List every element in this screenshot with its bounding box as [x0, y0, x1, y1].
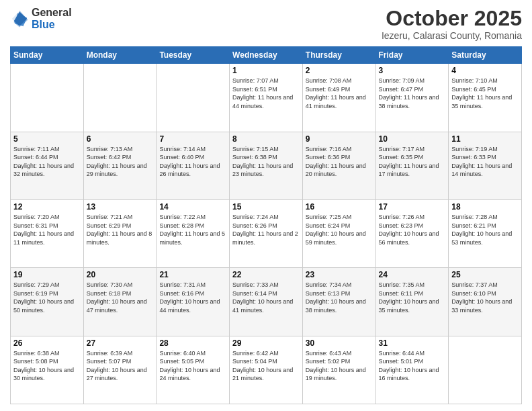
header: General Blue October 2025 Iezeru, Calara… — [10, 7, 522, 41]
day-number: 1 — [232, 66, 300, 75]
day-number: 25 — [451, 270, 519, 279]
table-row: 4Sunrise: 7:10 AM Sunset: 6:45 PM Daylig… — [449, 64, 522, 132]
day-number: 2 — [306, 66, 373, 75]
header-thursday: Thursday — [302, 47, 375, 64]
table-row: 7Sunrise: 7:14 AM Sunset: 6:40 PM Daylig… — [157, 132, 230, 199]
day-number: 19 — [13, 270, 81, 279]
week-row-1: 5Sunrise: 7:11 AM Sunset: 6:44 PM Daylig… — [11, 132, 522, 199]
calendar-header-row: Sunday Monday Tuesday Wednesday Thursday… — [11, 47, 522, 64]
day-number: 21 — [159, 270, 226, 279]
table-row: 27Sunrise: 6:39 AM Sunset: 5:07 PM Dayli… — [83, 336, 157, 404]
day-info: Sunrise: 7:34 AM Sunset: 6:13 PM Dayligh… — [306, 281, 373, 314]
day-number: 12 — [13, 202, 81, 212]
table-row: 30Sunrise: 6:43 AM Sunset: 5:02 PM Dayli… — [302, 336, 375, 404]
day-info: Sunrise: 7:11 AM Sunset: 6:44 PM Dayligh… — [13, 145, 81, 179]
location: Iezeru, Calarasi County, Romania — [382, 30, 522, 41]
day-info: Sunrise: 7:19 AM Sunset: 6:33 PM Dayligh… — [451, 145, 519, 179]
day-info: Sunrise: 7:31 AM Sunset: 6:16 PM Dayligh… — [159, 281, 226, 314]
day-info: Sunrise: 7:35 AM Sunset: 6:11 PM Dayligh… — [379, 281, 446, 314]
day-number: 16 — [306, 202, 373, 212]
week-row-2: 12Sunrise: 7:20 AM Sunset: 6:31 PM Dayli… — [11, 199, 522, 267]
day-number: 18 — [451, 202, 519, 212]
day-info: Sunrise: 7:08 AM Sunset: 6:49 PM Dayligh… — [306, 77, 373, 110]
month-title: October 2025 — [382, 7, 522, 30]
table-row: 21Sunrise: 7:31 AM Sunset: 6:16 PM Dayli… — [157, 268, 230, 336]
week-row-3: 19Sunrise: 7:29 AM Sunset: 6:19 PM Dayli… — [11, 268, 522, 336]
day-number: 26 — [13, 338, 81, 348]
day-info: Sunrise: 7:37 AM Sunset: 6:10 PM Dayligh… — [451, 281, 519, 314]
week-row-0: 1Sunrise: 7:07 AM Sunset: 6:51 PM Daylig… — [11, 64, 522, 132]
day-number: 4 — [451, 66, 519, 75]
table-row: 5Sunrise: 7:11 AM Sunset: 6:44 PM Daylig… — [11, 132, 84, 199]
day-number: 30 — [306, 338, 373, 348]
header-friday: Friday — [375, 47, 449, 64]
day-number: 23 — [306, 270, 373, 279]
header-saturday: Saturday — [449, 47, 522, 64]
day-info: Sunrise: 7:25 AM Sunset: 6:24 PM Dayligh… — [306, 213, 373, 246]
day-number: 17 — [379, 202, 446, 212]
table-row: 23Sunrise: 7:34 AM Sunset: 6:13 PM Dayli… — [302, 268, 375, 336]
day-number: 3 — [379, 66, 446, 75]
logo-general: General — [32, 7, 72, 19]
header-wednesday: Wednesday — [230, 47, 303, 64]
day-number: 5 — [13, 134, 81, 144]
table-row: 24Sunrise: 7:35 AM Sunset: 6:11 PM Dayli… — [375, 268, 449, 336]
table-row: 16Sunrise: 7:25 AM Sunset: 6:24 PM Dayli… — [302, 199, 375, 267]
day-number: 7 — [159, 134, 226, 144]
day-info: Sunrise: 7:33 AM Sunset: 6:14 PM Dayligh… — [232, 281, 300, 314]
day-number: 11 — [451, 134, 519, 144]
table-row: 3Sunrise: 7:09 AM Sunset: 6:47 PM Daylig… — [375, 64, 449, 132]
table-row: 31Sunrise: 6:44 AM Sunset: 5:01 PM Dayli… — [375, 336, 449, 404]
day-number: 28 — [159, 338, 226, 348]
day-info: Sunrise: 7:29 AM Sunset: 6:19 PM Dayligh… — [13, 281, 81, 314]
table-row: 1Sunrise: 7:07 AM Sunset: 6:51 PM Daylig… — [230, 64, 303, 132]
logo-blue: Blue — [32, 19, 72, 31]
table-row — [449, 336, 522, 404]
table-row: 20Sunrise: 7:30 AM Sunset: 6:18 PM Dayli… — [83, 268, 157, 336]
day-info: Sunrise: 7:14 AM Sunset: 6:40 PM Dayligh… — [159, 145, 226, 179]
day-number: 29 — [232, 338, 300, 348]
day-info: Sunrise: 7:09 AM Sunset: 6:47 PM Dayligh… — [379, 77, 446, 110]
header-monday: Monday — [83, 47, 157, 64]
day-number: 22 — [232, 270, 300, 279]
table-row — [83, 64, 157, 132]
day-info: Sunrise: 7:16 AM Sunset: 6:36 PM Dayligh… — [306, 145, 373, 179]
table-row: 22Sunrise: 7:33 AM Sunset: 6:14 PM Dayli… — [230, 268, 303, 336]
day-number: 15 — [232, 202, 300, 212]
day-info: Sunrise: 7:13 AM Sunset: 6:42 PM Dayligh… — [87, 145, 154, 179]
day-info: Sunrise: 6:38 AM Sunset: 5:08 PM Dayligh… — [13, 349, 81, 383]
day-info: Sunrise: 7:24 AM Sunset: 6:26 PM Dayligh… — [232, 213, 300, 246]
logo-icon — [10, 9, 29, 28]
header-tuesday: Tuesday — [157, 47, 230, 64]
calendar: Sunday Monday Tuesday Wednesday Thursday… — [10, 46, 522, 404]
title-area: October 2025 Iezeru, Calarasi County, Ro… — [382, 7, 522, 41]
day-number: 13 — [87, 202, 154, 212]
table-row: 6Sunrise: 7:13 AM Sunset: 6:42 PM Daylig… — [83, 132, 157, 199]
table-row: 9Sunrise: 7:16 AM Sunset: 6:36 PM Daylig… — [302, 132, 375, 199]
logo-text: General Blue — [32, 7, 72, 30]
day-info: Sunrise: 6:40 AM Sunset: 5:05 PM Dayligh… — [159, 349, 226, 383]
table-row: 15Sunrise: 7:24 AM Sunset: 6:26 PM Dayli… — [230, 199, 303, 267]
day-info: Sunrise: 6:44 AM Sunset: 5:01 PM Dayligh… — [379, 349, 446, 383]
day-info: Sunrise: 6:39 AM Sunset: 5:07 PM Dayligh… — [87, 349, 154, 383]
table-row: 13Sunrise: 7:21 AM Sunset: 6:29 PM Dayli… — [83, 199, 157, 267]
day-info: Sunrise: 7:22 AM Sunset: 6:28 PM Dayligh… — [159, 213, 226, 246]
week-row-4: 26Sunrise: 6:38 AM Sunset: 5:08 PM Dayli… — [11, 336, 522, 404]
header-sunday: Sunday — [11, 47, 84, 64]
day-info: Sunrise: 7:28 AM Sunset: 6:21 PM Dayligh… — [451, 213, 519, 246]
table-row: 2Sunrise: 7:08 AM Sunset: 6:49 PM Daylig… — [302, 64, 375, 132]
day-info: Sunrise: 7:26 AM Sunset: 6:23 PM Dayligh… — [379, 213, 446, 246]
table-row: 26Sunrise: 6:38 AM Sunset: 5:08 PM Dayli… — [11, 336, 84, 404]
table-row: 29Sunrise: 6:42 AM Sunset: 5:04 PM Dayli… — [230, 336, 303, 404]
day-number: 27 — [87, 338, 154, 348]
day-info: Sunrise: 7:15 AM Sunset: 6:38 PM Dayligh… — [232, 145, 300, 179]
table-row: 12Sunrise: 7:20 AM Sunset: 6:31 PM Dayli… — [11, 199, 84, 267]
day-info: Sunrise: 7:07 AM Sunset: 6:51 PM Dayligh… — [232, 77, 300, 110]
page: General Blue October 2025 Iezeru, Calara… — [0, 0, 532, 411]
day-number: 10 — [379, 134, 446, 144]
table-row: 19Sunrise: 7:29 AM Sunset: 6:19 PM Dayli… — [11, 268, 84, 336]
table-row: 10Sunrise: 7:17 AM Sunset: 6:35 PM Dayli… — [375, 132, 449, 199]
table-row: 14Sunrise: 7:22 AM Sunset: 6:28 PM Dayli… — [157, 199, 230, 267]
day-number: 6 — [87, 134, 154, 144]
table-row: 8Sunrise: 7:15 AM Sunset: 6:38 PM Daylig… — [230, 132, 303, 199]
